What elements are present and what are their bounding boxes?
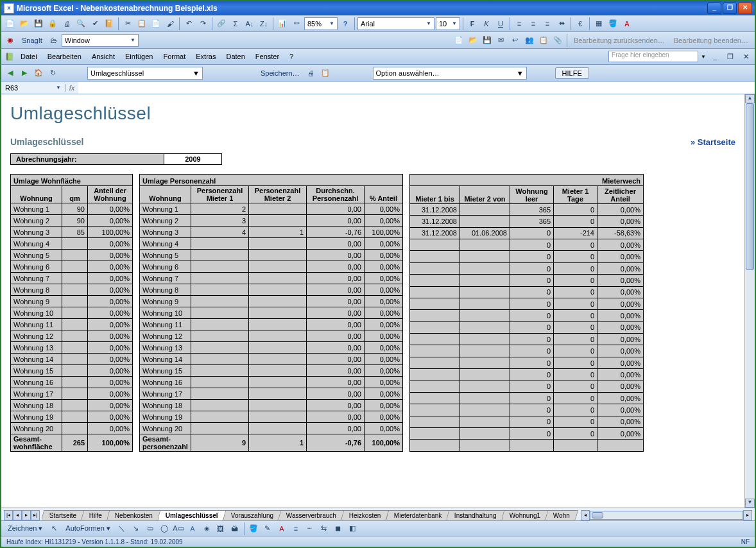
hscroll-left-icon[interactable]: ◂ — [581, 510, 590, 520]
table-row[interactable]: Wohnung 170,000,00% — [140, 388, 403, 400]
font-name-dropdown[interactable]: Arial▼ — [357, 17, 434, 30]
sheet-tab[interactable]: Wohnung1 — [501, 510, 549, 520]
table-row[interactable]: Wohnung 70,00% — [11, 273, 133, 284]
table-row[interactable]: Wohnung 200,00% — [11, 423, 133, 434]
nav-home-icon[interactable]: 🏠 — [32, 67, 45, 80]
bold-icon[interactable]: F — [466, 17, 479, 30]
research-icon[interactable]: 📔 — [103, 17, 116, 30]
new-icon[interactable]: 📄 — [4, 17, 17, 30]
fill-color-draw-icon[interactable]: 🪣 — [247, 522, 260, 535]
undo-icon[interactable]: ↶ — [182, 17, 195, 30]
ws-save-icon[interactable]: 💾 — [481, 34, 494, 47]
table-row[interactable]: 000,00% — [410, 286, 644, 298]
table-row[interactable]: 000,00% — [410, 298, 644, 309]
zoom-dropdown[interactable]: 85%▼ — [304, 17, 338, 30]
snagit-icon[interactable]: ◉ — [4, 34, 17, 47]
table-row[interactable]: 000,00% — [410, 321, 644, 333]
table-row[interactable]: Wohnung 40,00% — [11, 238, 133, 250]
ws-open-icon[interactable]: 📂 — [467, 34, 479, 47]
clipart-icon[interactable]: 🖼 — [214, 522, 227, 535]
table-row[interactable]: 31.12.200801.06.20080-214-58,63% — [410, 227, 644, 239]
edit-revert-button[interactable]: Bearbeitung zurücksenden… — [570, 37, 669, 44]
sheet-tab[interactable]: Vorauszahlung — [223, 510, 282, 520]
table-row[interactable]: 000,00% — [410, 262, 644, 274]
snagit-dir-icon[interactable]: 🗁 — [47, 34, 60, 47]
scroll-up-icon[interactable]: ▲ — [745, 94, 755, 103]
table-row[interactable]: Wohnung 90,00% — [11, 296, 133, 307]
menu-fenster[interactable]: Fenster — [250, 51, 284, 62]
sheet-tab[interactable]: Startseite — [41, 510, 85, 520]
copy-icon[interactable]: 📋 — [135, 17, 148, 30]
tab-last-icon[interactable]: ▸| — [31, 510, 40, 520]
table-row[interactable]: 31.12.200836500,00% — [410, 216, 644, 227]
autosum-icon[interactable]: Σ — [229, 17, 242, 30]
menu-ansicht[interactable]: Ansicht — [87, 51, 120, 62]
table-row[interactable]: Wohnung 2900,00% — [11, 215, 133, 227]
dash-style-icon[interactable]: ┄ — [304, 522, 316, 535]
paste-icon[interactable]: 📄 — [150, 17, 162, 30]
tab-next-icon[interactable]: ▸ — [22, 510, 31, 520]
line-icon[interactable]: ＼ — [116, 522, 128, 535]
table-row[interactable]: Wohnung 120,00% — [11, 330, 133, 342]
ws-attach-icon[interactable]: 📎 — [551, 34, 564, 47]
table-row[interactable]: 000,00% — [410, 357, 644, 368]
fill-color-icon[interactable]: 🪣 — [606, 17, 619, 30]
table-row[interactable]: Wohnung 130,000,00% — [140, 342, 403, 354]
sheet-tab[interactable]: Nebenkosten — [107, 510, 161, 520]
print-preview-icon[interactable]: 🔍 — [74, 17, 87, 30]
table-row[interactable]: Wohnung 100,000,00% — [140, 307, 403, 319]
autoshapes-button[interactable]: AutoFormen ▾ — [62, 524, 114, 533]
table-row[interactable]: Wohnung 40,000,00% — [140, 238, 403, 250]
nav-help-button[interactable]: HILFE — [555, 67, 589, 79]
align-right-icon[interactable]: ≡ — [541, 17, 554, 30]
window-restore-icon[interactable]: ❐ — [724, 50, 737, 63]
table-row[interactable]: 000,00% — [410, 251, 644, 262]
table-row[interactable]: Wohnung 230,000,00% — [140, 215, 403, 227]
nav-copy-icon[interactable]: 📋 — [319, 67, 332, 80]
table-row[interactable]: Wohnung 180,00% — [11, 400, 133, 411]
menu-format[interactable]: Format — [158, 51, 191, 62]
minimize-button[interactable]: _ — [707, 3, 721, 14]
table-row[interactable]: Wohnung 70,000,00% — [140, 273, 403, 284]
start-link[interactable]: » Startseite — [691, 137, 735, 147]
table-row[interactable]: Wohnung 100,00% — [11, 307, 133, 319]
underline-icon[interactable]: U — [494, 17, 507, 30]
table-row[interactable]: Wohnung 385100,00% — [11, 227, 133, 238]
table-row[interactable]: Wohnung 190,00% — [11, 411, 133, 423]
tab-first-icon[interactable]: |◂ — [4, 510, 13, 520]
sheet-tab[interactable]: Heizkosten — [341, 510, 390, 520]
permission-icon[interactable]: 🔒 — [46, 17, 59, 30]
sort-asc-icon[interactable]: A↓ — [243, 17, 256, 30]
table-row[interactable]: Wohnung 180,000,00% — [140, 400, 403, 411]
sheet-tab[interactable]: Wohn — [545, 510, 578, 520]
menu-datei[interactable]: Datei — [15, 51, 42, 62]
scroll-thumb[interactable] — [746, 103, 754, 270]
maximize-button[interactable]: ❐ — [723, 3, 737, 14]
table-row[interactable]: Wohnung 80,000,00% — [140, 284, 403, 296]
nav-print-icon[interactable]: 🖨 — [305, 67, 318, 80]
table-row[interactable]: Wohnung 60,00% — [11, 261, 133, 273]
table-row[interactable]: 000,00% — [410, 275, 644, 286]
menu-einfuegen[interactable]: Einfügen — [120, 51, 158, 62]
window-min-icon[interactable]: _ — [709, 50, 721, 63]
nav-save-button[interactable]: Speichern… — [257, 69, 304, 77]
ws-tasks-icon[interactable]: 📋 — [537, 34, 550, 47]
menu-extras[interactable]: Extras — [191, 51, 221, 62]
scroll-down-icon[interactable]: ▼ — [745, 499, 755, 508]
table-row[interactable]: Wohnung 60,000,00% — [140, 261, 403, 273]
sheet-tab[interactable]: Instandhaltung — [446, 510, 505, 520]
sheet-tab[interactable]: Mieterdatenbank — [385, 510, 450, 520]
table-row[interactable]: 31.12.200836500,00% — [410, 203, 644, 215]
merge-center-icon[interactable]: ⬌ — [555, 17, 568, 30]
table-row[interactable]: 000,00% — [410, 392, 644, 404]
drawing-icon[interactable]: ✏ — [290, 17, 303, 30]
table-row[interactable]: Wohnung 200,000,00% — [140, 423, 403, 434]
table-row[interactable]: 000,00% — [410, 310, 644, 321]
ask-input[interactable]: Frage hier eingeben — [608, 51, 698, 62]
snagit-profile-dropdown[interactable]: Window▼ — [62, 34, 139, 47]
table-row[interactable]: 000,00% — [410, 345, 644, 357]
draw-label[interactable]: Zeichnen ▾ — [4, 524, 46, 533]
fx-icon[interactable]: fx — [65, 84, 78, 92]
table-row[interactable]: Wohnung 140,000,00% — [140, 354, 403, 365]
menu-help[interactable]: ? — [284, 51, 298, 62]
